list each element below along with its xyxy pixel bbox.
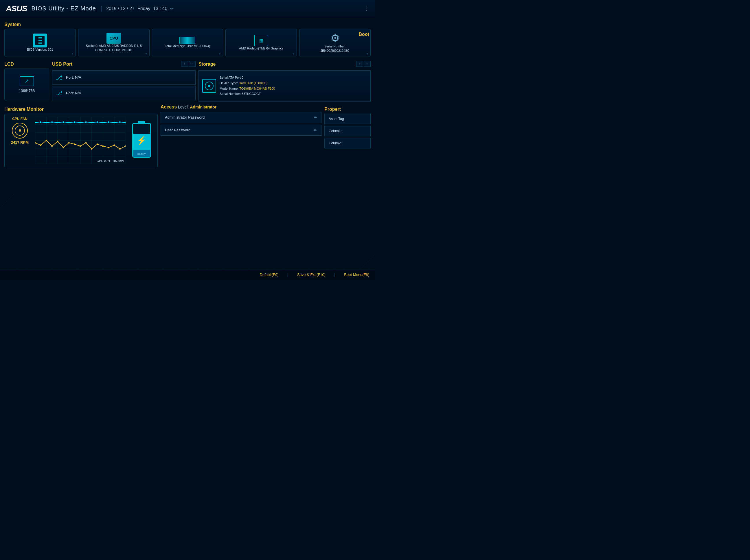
hdd-icon [202,79,216,93]
hdd-inner [205,82,214,90]
lcd-icon [20,76,34,86]
boot-menu-button[interactable]: Boot Menu(F8) [344,273,369,278]
asus-logo: ASUS [6,4,27,13]
usb-prev-button[interactable]: ‹ [181,61,188,67]
admin-password-edit-icon[interactable]: ✏ [314,115,317,120]
header-title: BIOS Utility - EZ Mode [32,5,96,12]
battery-icon: ⚡ Battery [132,123,151,158]
hw-monitor-card: CPU FAN 2417 RPM CPU 87°C 1075mV ⚡ [4,114,158,167]
header-divider: | [100,5,102,12]
user-password-row[interactable]: User Password ✏ [161,125,321,136]
user-password-edit-icon[interactable]: ✏ [314,128,317,133]
gpu-text: AMD Radeon(TM) R4 Graphics [239,46,283,51]
footer-separator-2: | [334,273,335,278]
gpu-card-arrow: ↙ [293,52,295,55]
usb-next-button[interactable]: › [189,61,196,67]
serial-text: Serial Number: JBN0GR09J21248C [321,44,350,53]
default-button[interactable]: Default(F9) [260,273,279,278]
header-day: Friday [137,6,150,11]
header-right-icon: ⋮ [364,5,369,12]
storage-prev-button[interactable]: ‹ [356,61,363,67]
memory-card-arrow: ↙ [219,52,221,55]
column1-row[interactable]: Colum1: [324,126,371,136]
usb-port-2-text: Port: N/A [66,91,81,95]
usb-symbol-1: ⎇ [56,74,62,81]
header: ASUS BIOS Utility - EZ Mode | 2019 / 12 … [0,0,375,17]
user-password-label: User Password [165,128,191,132]
bios-card[interactable]: ■■■■■■■■■ BIOS Version: 301 ↙ [4,29,76,56]
chart-area: CPU 87°C 1075mV [35,117,125,164]
fan-inner [15,125,25,136]
cpu-icon: CPU [106,33,121,44]
asset-tag-row[interactable]: Asset Tag [324,114,371,124]
settings-icon: ⚙ [331,32,340,44]
cpu-card[interactable]: CPU Socket0: AMD A6-9225 RADEON R4, 5 CO… [78,29,150,56]
column1-label: Colum1: [329,129,366,133]
system-label: System [4,22,371,27]
column2-row[interactable]: Colum2: [324,138,371,148]
usb-section: USB Port ‹ › ⎇ Port: N/A ⎇ Port: N/A [52,59,196,102]
property-label: Propert [324,107,371,112]
storage-nav-buttons: ‹ › [356,61,371,67]
storage-device-type: Device Type: Hard Disk (1000GB) [220,80,275,86]
usb-symbol-2: ⎇ [56,90,62,97]
fan-label: CPU FAN [12,117,27,121]
admin-password-label: Administrator Password [165,115,204,119]
cpu-card-arrow: ↙ [145,52,147,55]
chart-info: CPU 87°C 1075mV [97,159,124,163]
usb-label: USB Port [52,62,72,67]
hdd-center [208,85,210,87]
storage-port: Serial ATA Port 0 [220,75,275,80]
bottom-row: Hardware Monitor CPU FAN 2417 RPM CPU 87… [4,104,371,167]
edit-datetime-icon[interactable]: ✏ [170,6,174,11]
storage-card[interactable]: Serial ATA Port 0 Device Type: Hard Disk… [198,70,371,102]
lcd-section: LCD 1366*768 [4,59,49,102]
system-section: ■■■■■■■■■ BIOS Version: 301 ↙ CPU Socket… [4,29,371,56]
usb-port-1[interactable]: ⎇ Port: N/A [52,70,196,85]
property-section: Propert Asset Tag Colum1: Colum2: [324,104,371,167]
storage-serial: Serial Number: 88TKCCOGT [220,91,275,97]
storage-model: Model Name: TOSHIBA MQ04AB F100 [220,86,275,92]
boot-label: Boot [359,32,369,37]
gpu-card[interactable]: ▦ AMD Radeon(TM) R4 Graphics ↙ [225,29,297,56]
gpu-icon: ▦ [254,35,268,46]
battery-area: ⚡ Battery [129,117,155,164]
usb-port-1-text: Port: N/A [66,75,81,80]
storage-section: Storage ‹ › Serial ATA Port 0 Device Typ… [198,59,371,102]
memory-card[interactable]: Total Memory: 8192 MB (DDR4) ↙ [152,29,223,56]
admin-password-row[interactable]: Administrator Password ✏ [161,112,321,123]
usb-port-2[interactable]: ⎇ Port: N/A [52,86,196,100]
save-exit-button[interactable]: Save & Exit(F10) [297,273,325,278]
fan-rpm: 2417 RPM [11,140,28,145]
column2-label: Colum2: [329,141,366,145]
cpu-text: Socket0: AMD A6-9225 RADEON R4, 5 COMPUT… [82,44,146,53]
storage-label: Storage [198,62,216,67]
bios-version-text: BIOS Version: 301 [27,47,53,52]
storage-info: Serial ATA Port 0 Device Type: Hard Disk… [220,75,275,97]
footer: Default(F9) | Save & Exit(F10) | Boot Me… [0,270,375,280]
access-label: Access [161,104,177,109]
fan-icon [12,123,28,139]
access-level-label: Level: [178,105,189,109]
hw-chart [35,117,125,164]
lcd-card[interactable]: 1366*768 [4,68,49,100]
lcd-resolution: 1366*768 [19,88,35,93]
access-level-value: Administrator [190,105,216,109]
storage-next-button[interactable]: › [364,61,371,67]
usb-header: USB Port ‹ › [52,59,196,68]
main-content: System ■■■■■■■■■ BIOS Version: 301 ↙ CPU… [0,17,375,169]
header-date: 2019 / 12 / 27 [106,6,135,11]
storage-header: Storage ‹ › [198,59,371,68]
middle-row: LCD 1366*768 USB Port ‹ › ⎇ Port: N/A ⎇ [4,59,371,102]
usb-nav-buttons: ‹ › [181,61,196,67]
battery-bolt-icon: ⚡ [137,136,147,145]
hw-monitor-section: Hardware Monitor CPU FAN 2417 RPM CPU 87… [4,104,158,167]
fan-section: CPU FAN 2417 RPM [7,117,32,164]
bios-chip-icon: ■■■■■■■■■ [33,34,47,47]
access-section: Access Level: Administrator Administrato… [161,104,321,167]
memory-text: Total Memory: 8192 MB (DDR4) [165,44,210,48]
fan-center-dot [19,129,21,132]
battery-text: Battery [137,153,146,155]
asset-tag-label: Asset Tag [329,117,366,121]
header-time: 13 : 40 [153,6,167,11]
